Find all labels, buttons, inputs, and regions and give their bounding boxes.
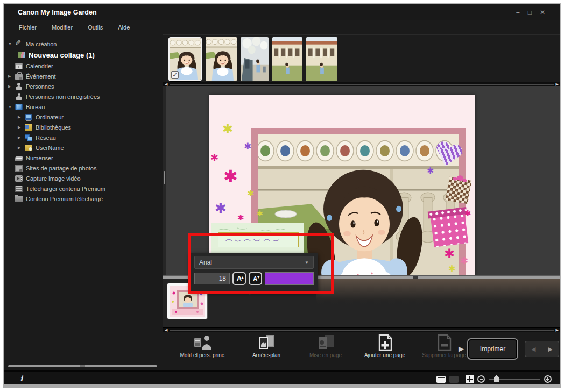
person-icon [15,94,23,100]
next-page-button[interactable]: ▶ [542,341,559,357]
motif-button[interactable]: Motif et pers. princ. [178,334,228,358]
network-icon [25,134,32,141]
sidebar-item-personnes-non-enregistrees[interactable]: Personnes non enregistrées [4,91,163,102]
flower-decoration: ✱ [257,210,263,217]
more-tools-arrow-icon[interactable]: ▶ [459,345,464,353]
sidebar-item-label: Calendrier [26,63,53,69]
sidebar-item-bureau[interactable]: Bureau [4,102,163,112]
sidebar-item-ordinateur[interactable]: Ordinateur [4,112,163,122]
chevron-right-icon[interactable] [18,136,25,140]
chevron-down-icon[interactable] [8,42,15,46]
chevron-down-icon[interactable] [8,105,15,109]
chevron-right-icon[interactable] [18,125,25,130]
desktop-icon [15,104,23,110]
sidebar-item-label: Ordinateur [36,114,64,120]
sidebar-item-label: Événement [26,73,56,80]
photo-thumbnail-3[interactable] [241,37,269,81]
toolbar-button-label: Arrière-plan [252,352,280,358]
sidebar-item-label: UserName [36,145,64,151]
sidebar-item-ma-creation[interactable]: Ma création [4,39,163,49]
text-box-selected[interactable] [218,232,299,247]
flower-decoration: ✱ [223,168,238,185]
checkered-gift-decoration [445,177,471,204]
print-button[interactable]: Imprimer [467,338,518,360]
sidebar-item-personnes[interactable]: Personnes [4,81,163,91]
toolbar-button-label: Supprimer la page [422,352,466,358]
menu-outils[interactable]: Outils [88,24,103,31]
close-button[interactable]: ✕ [540,4,545,20]
font-family-select[interactable]: Arial ▼ [194,256,314,269]
calendar-icon [15,63,23,69]
sidebar-item-sites-partage[interactable]: Sites de partage de photos [4,163,163,173]
status-bar: i [4,370,560,387]
zoom-in-icon[interactable] [544,375,552,383]
sidebar-item-contenu-premium[interactable]: Contenu Premium téléchargé [4,194,163,204]
previous-page-button[interactable]: ◀ [525,341,542,357]
sidebar-item-telecharger-premium[interactable]: Télécharger contenu Premium [4,183,163,194]
collage-canvas[interactable]: ✱ ✱ ✱ ✱ ✱ ✱ ✱ ✱ [163,86,560,275]
zoom-slider-thumb[interactable] [494,375,499,382]
toolbar-button-label: Mise en page [309,352,342,358]
chevron-right-icon[interactable] [18,115,25,119]
minimize-button[interactable]: – [516,4,520,20]
pagestrip-scrollbar[interactable]: ◀ ▶ [163,327,560,332]
zoom-slider[interactable] [489,379,540,380]
flower-decoration: ✱ [444,247,455,260]
sidebar-item-reseau[interactable]: Réseau [4,132,163,142]
flower-decoration: ✱ [210,153,218,162]
app-window: Canon My Image Garden – □ ✕ Fichier Modi… [3,3,561,388]
computer-icon [25,114,32,120]
menu-fichier[interactable]: Fichier [19,24,37,31]
filmstrip-scrollbar[interactable]: ◀ ▶ [163,82,560,86]
zoom-out-icon[interactable] [477,375,485,383]
info-icon[interactable]: i [20,374,23,383]
sidebar-item-evenement[interactable]: Événement [4,71,163,81]
sidebar-item-label: Réseau [36,134,56,141]
maximize-button[interactable]: □ [528,4,532,20]
source-photos-filmstrip: ✓ [163,34,560,82]
sidebar-item-label: Ma création [26,41,57,47]
sidebar: Ma création Nouveau collage (1) Calendri… [4,34,163,370]
dimmed-overlay [316,279,560,304]
chevron-right-icon[interactable] [8,74,15,79]
title-bar: Canon My Image Garden – □ ✕ [4,4,560,20]
window-title: Canon My Image Garden [18,9,97,16]
font-size-input[interactable] [194,273,230,284]
video-capture-icon [15,175,23,182]
toolbar-button-label: Ajouter une page [364,352,405,358]
library-icon [25,124,32,131]
photo-thumbnail-4[interactable] [272,37,302,81]
sidebar-item-label: Télécharger contenu Premium [26,186,105,192]
menu-aide[interactable]: Aide [118,24,130,31]
decrease-font-size-button[interactable]: A▼ [249,272,262,285]
sidebar-item-calendrier[interactable]: Calendrier [4,61,163,71]
checkmark-icon[interactable]: ✓ [171,71,179,79]
sidebar-item-label: Bureau [26,104,45,110]
grid-view-button [449,376,459,383]
arriere-plan-button[interactable]: Arrière-plan [242,334,291,358]
photo-thumbnail-5[interactable] [306,37,337,81]
chevron-right-icon[interactable] [8,84,15,89]
increase-font-size-button[interactable]: A▲ [232,272,246,285]
font-color-swatch[interactable] [265,272,314,285]
sidebar-item-bibliotheques[interactable]: Bibliothèques [4,122,163,132]
menu-modifier[interactable]: Modifier [52,24,73,31]
sidebar-item-username[interactable]: UserName [4,142,163,153]
sidebar-item-capture-video[interactable]: Capture image vidéo [4,173,163,183]
page-navigation: ◀ ▶ [525,341,559,357]
flower-decoration: ✱ [427,167,434,175]
sidebar-item-numeriser[interactable]: Numériser [4,153,163,163]
sidebar-horizontal-scrollbar[interactable] [8,365,157,367]
canvas-vertical-scrollbar[interactable] [163,86,166,275]
photo-thumbnail-1[interactable]: ✓ [168,37,202,81]
fit-view-button[interactable] [466,375,474,383]
flower-decoration: ✱ [215,201,227,215]
list-view-button[interactable] [436,376,446,383]
sidebar-item-nouveau-collage[interactable]: Nouveau collage (1) [4,49,163,61]
chevron-right-icon[interactable] [18,146,25,150]
collage-page[interactable]: ✱ ✱ ✱ ✱ ✱ ✱ ✱ ✱ [209,95,475,275]
photo-thumbnail-2[interactable] [206,37,237,81]
sidebar-item-label: Bibliothèques [36,124,71,131]
font-toolbar-popup: Arial ▼ A▲ A▼ [190,253,318,291]
ajouter-page-button[interactable]: Ajouter une page [360,334,410,358]
